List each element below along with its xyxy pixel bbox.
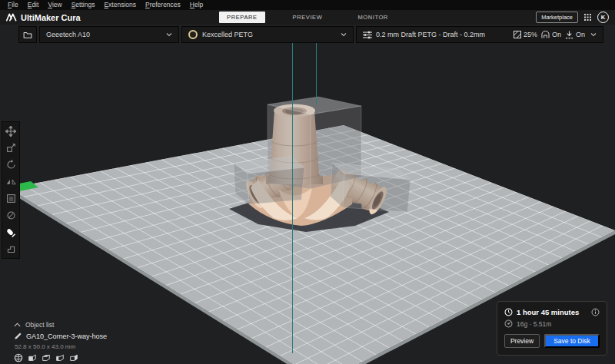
marketplace-button[interactable]: Marketplace (536, 12, 578, 23)
print-time: 1 hour 45 minutes (517, 308, 587, 316)
top-view-icon[interactable] (42, 353, 51, 362)
material-name: Kexcelled PETG (202, 31, 253, 38)
tab-preview[interactable]: PREVIEW (285, 12, 331, 23)
menu-bar: File Edit View Settings Extensions Prefe… (0, 0, 615, 10)
support-icon (541, 31, 550, 38)
chevron-down-icon (590, 32, 597, 37)
printer-selector[interactable]: Geeetech A10 (39, 26, 179, 43)
menu-view[interactable]: View (43, 0, 66, 10)
object-list-title: Object list (25, 321, 54, 329)
menu-help[interactable]: Help (185, 0, 208, 10)
chevron-down-icon (341, 32, 347, 37)
profile-name: 0.2 mm Draft PETG - Draft - 0.2mm (376, 31, 485, 38)
stage-tabs: PREPARE PREVIEW MONITOR (0, 10, 615, 25)
app-title: UltiMaker Cura (21, 13, 81, 22)
info-icon[interactable] (591, 308, 600, 316)
rotate-tool-icon[interactable] (5, 159, 17, 170)
menu-file[interactable]: File (3, 0, 23, 10)
camera-view-presets (14, 353, 107, 362)
chevron-up-icon (14, 323, 21, 327)
scale-tool-icon[interactable] (5, 142, 17, 154)
apps-grid-icon[interactable] (584, 14, 591, 21)
print-settings-selector[interactable]: 0.2 mm Draft PETG - Draft - 0.2mm 25% On (356, 26, 603, 43)
left-toolbar (2, 121, 20, 259)
object-name: GA10_Corner-3-way-hose (26, 333, 107, 340)
clock-icon (504, 308, 513, 316)
tab-monitor[interactable]: MONITOR (350, 12, 395, 23)
tab-anti-warping-tool-icon[interactable] (5, 243, 17, 255)
menu-extensions[interactable]: Extensions (99, 0, 141, 10)
avatar[interactable]: K (597, 12, 609, 23)
material-selector[interactable]: Kexcelled PETG (181, 26, 354, 43)
front-view-icon[interactable] (28, 353, 37, 362)
menu-edit[interactable]: Edit (23, 0, 44, 10)
support-summary: On (541, 31, 561, 38)
custom-supports-tool-icon[interactable] (5, 227, 17, 238)
object-list-item[interactable]: GA10_Corner-3-way-hose (14, 332, 107, 340)
object-list-toggle[interactable]: Object list (14, 321, 107, 329)
menu-settings[interactable]: Settings (67, 0, 100, 10)
mirror-tool-icon[interactable] (5, 176, 17, 187)
config-bar: Geeetech A10 Kexcelled PETG 0.2 mm Draft… (18, 26, 603, 43)
tab-prepare[interactable]: PREPARE (219, 12, 265, 23)
3d-view-icon[interactable] (14, 353, 23, 362)
object-dimensions: 52.8 x 50.0 x 43.0 mm (15, 343, 107, 350)
move-tool-icon[interactable] (5, 125, 17, 137)
adhesion-icon (565, 31, 573, 39)
save-to-disk-button[interactable]: Save to Disk (544, 334, 600, 348)
support-blocker-tool-icon[interactable] (5, 210, 17, 221)
object-list-panel: Object list GA10_Corner-3-way-hose 52.8 … (14, 321, 107, 362)
infill-value: 25% (524, 31, 537, 38)
pencil-icon (14, 332, 22, 340)
folder-icon (23, 31, 32, 39)
app-brand: UltiMaker Cura (6, 13, 81, 22)
material-usage: 16g · 5.51m (517, 320, 551, 328)
preview-button[interactable]: Preview (504, 334, 540, 348)
infill-icon (514, 31, 521, 38)
support-value: On (552, 31, 561, 38)
header-right: Marketplace K (536, 12, 609, 23)
viewport-3d[interactable]: Geeetech A10 Kexcelled PETG 0.2 mm Draft… (0, 25, 615, 364)
open-file-button[interactable] (18, 26, 37, 43)
left-view-icon[interactable] (55, 353, 65, 362)
print-settings-sliders-icon (363, 31, 372, 39)
action-panel: 1 hour 45 minutes 16g · 5.51m Preview Sa… (497, 301, 607, 356)
ultimaker-logo-icon (6, 13, 17, 22)
header-bar: UltiMaker Cura PREPARE PREVIEW MONITOR M… (0, 10, 615, 25)
chevron-down-icon (166, 32, 172, 37)
material-spool-usage-icon (504, 319, 513, 328)
infill-summary: 25% (514, 31, 537, 38)
per-model-settings-tool-icon[interactable] (5, 193, 17, 204)
adhesion-value: On (576, 31, 585, 38)
menu-preferences[interactable]: Preferences (141, 0, 185, 10)
printer-name: Geeetech A10 (46, 31, 90, 38)
adhesion-summary: On (565, 31, 585, 39)
material-spool-icon (188, 30, 198, 39)
right-view-icon[interactable] (69, 353, 78, 362)
